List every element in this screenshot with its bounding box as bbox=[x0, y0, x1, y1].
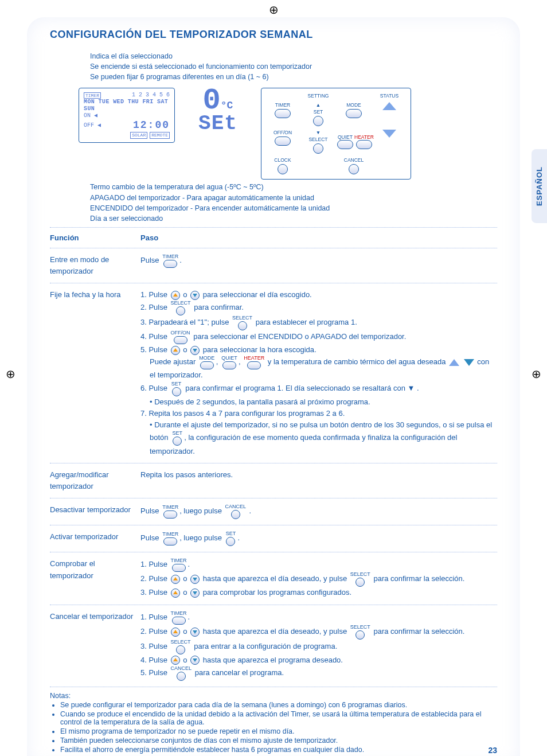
up-circle-icon bbox=[171, 575, 180, 584]
notes-section: Notas: Se puede configurar el temporizad… bbox=[50, 692, 497, 754]
table-row: Comprobar el temporizador1. Pulse TIMER.… bbox=[50, 556, 497, 601]
step-line: 7. Repita los pasos 4 a 7 para configura… bbox=[140, 408, 494, 419]
set-label: SET bbox=[314, 109, 323, 115]
lcd-timer-label: TIMER bbox=[84, 92, 101, 99]
cancel-circ-icon bbox=[231, 510, 240, 519]
heater-button[interactable] bbox=[356, 140, 372, 149]
note-item: También pueden seleccionarse conjuntos d… bbox=[60, 736, 497, 745]
clock-button[interactable] bbox=[278, 164, 288, 174]
step-line: Pulse TIMER, luego pulse SET. bbox=[140, 531, 494, 546]
set-circ-icon bbox=[172, 387, 181, 396]
select-label: SELECT bbox=[308, 137, 327, 142]
step-line: • Durante el ajuste del temporizador, si… bbox=[140, 419, 494, 457]
select-circ-icon bbox=[176, 645, 185, 654]
button-panel: SETTING STATUS TIMER ▲SET MODE OFF/ON ▼S… bbox=[261, 88, 411, 180]
language-tab: ESPAÑOL bbox=[532, 149, 547, 223]
step-line: Puede ajustar MODE, QUIET, HEATER y la t… bbox=[140, 356, 494, 381]
quiet-button[interactable] bbox=[337, 140, 353, 149]
step-line: 5. Pulse o para seleccionar la hora esco… bbox=[140, 344, 494, 356]
timer-label: TIMER bbox=[275, 102, 290, 108]
triangle-down-icon bbox=[464, 359, 474, 366]
mode-button[interactable] bbox=[346, 109, 362, 118]
table-row: Entre en modo de temporizadorPulse TIMER… bbox=[50, 252, 497, 279]
status-label: STATUS bbox=[380, 93, 398, 99]
offon-button[interactable] bbox=[275, 137, 291, 146]
step-line: 2. Pulse SELECT para confirmar. bbox=[140, 301, 494, 315]
down-circle-icon bbox=[190, 346, 200, 355]
up-button[interactable] bbox=[382, 102, 396, 110]
heater-label: HEATER bbox=[354, 134, 374, 140]
diagram-row: TIMER 1 2 3 4 5 6 MON TUE WED THU FRI SA… bbox=[79, 88, 497, 180]
func-cell: Agregar/modificar temporizador bbox=[50, 467, 140, 494]
step-line: 2. Pulse o hasta que aparezca el día des… bbox=[140, 572, 494, 587]
select-circ-icon bbox=[355, 578, 365, 587]
lcd-on: ON ◀ bbox=[84, 112, 97, 119]
select-button[interactable] bbox=[313, 143, 323, 154]
triangle-up-icon bbox=[449, 359, 459, 366]
set-button[interactable] bbox=[313, 116, 323, 126]
mode-label: MODE bbox=[346, 102, 361, 108]
step-line: • Después de 2 segundos, la pantalla pas… bbox=[140, 396, 494, 408]
seven-segment: 0°C SEt bbox=[192, 88, 244, 133]
hdr-func: Función bbox=[50, 231, 140, 244]
up-circle-icon bbox=[171, 291, 180, 300]
temp-unit: °C bbox=[221, 100, 233, 111]
step-line: 2. Pulse o hasta que aparezca el día des… bbox=[140, 625, 494, 640]
timer-oval-icon bbox=[172, 564, 186, 572]
step-cell: 1. Pulse TIMER.2. Pulse o hasta que apar… bbox=[140, 609, 497, 683]
callout-line: Se enciende si está seleccionado el func… bbox=[90, 61, 497, 72]
down-circle-icon bbox=[190, 291, 200, 300]
clock-label: CLOCK bbox=[274, 157, 291, 163]
down-circle-icon bbox=[190, 628, 200, 637]
step-cell: Pulse TIMER. bbox=[140, 252, 497, 279]
step-line: Repita los pasos anteriores. bbox=[140, 469, 494, 481]
note-item: Facilita el ahorro de energía permitiénd… bbox=[60, 746, 497, 754]
offon-oval-icon bbox=[174, 336, 187, 344]
lcd-solar: SOLAR bbox=[130, 132, 147, 139]
down-circle-icon bbox=[190, 656, 200, 665]
cancel-label: CANCEL bbox=[344, 157, 364, 163]
cancel-circ-icon bbox=[177, 672, 186, 681]
note-item: Se puede configurar el temporizador para… bbox=[60, 701, 497, 709]
timer-button[interactable] bbox=[275, 109, 291, 118]
step-line: 6. Pulse SET para confirmar el programa … bbox=[140, 381, 494, 396]
hdr-step: Paso bbox=[140, 231, 497, 244]
bottom-callouts: Termo cambio de la temperatura del agua … bbox=[90, 182, 497, 224]
page-title: CONFIGURACIÓN DEL TEMPORIZADOR SEMANAL bbox=[50, 29, 497, 41]
step-cell: Pulse TIMER, luego pulse CANCEL . bbox=[140, 502, 497, 521]
func-cell: Cancelar el temporizador bbox=[50, 609, 140, 683]
step-line: 3. Pulse SELECT para entrar a la configu… bbox=[140, 640, 494, 654]
lcd-remote: REMOTE bbox=[150, 132, 170, 139]
step-cell: 1. Pulse TIMER.2. Pulse o hasta que apar… bbox=[140, 556, 497, 601]
table-row: Agregar/modificar temporizadorRepita los… bbox=[50, 467, 497, 494]
setting-label: SETTING bbox=[308, 93, 329, 99]
step-line: 4. Pulse OFF/ON para seleccionar el ENCE… bbox=[140, 330, 494, 344]
callout-line: Indica el día seleccionado bbox=[90, 51, 497, 61]
registration-mark-right: ⊕ bbox=[532, 367, 541, 381]
lcd-programs: 1 2 3 4 5 6 bbox=[132, 92, 170, 99]
table-row: Cancelar el temporizador1. Pulse TIMER.2… bbox=[50, 609, 497, 683]
step-line: 1. Pulse o para seleccionar el día escog… bbox=[140, 289, 494, 301]
lcd-days: MON TUE WED THU FRI SAT SUN bbox=[84, 99, 170, 112]
page-content: CONFIGURACIÓN DEL TEMPORIZADOR SEMANAL I… bbox=[27, 17, 520, 756]
registration-mark-top: ⊕ bbox=[269, 3, 279, 17]
cancel-button[interactable] bbox=[349, 164, 359, 174]
quiet-label: QUIET bbox=[338, 134, 353, 140]
select-circ-icon bbox=[176, 306, 185, 315]
func-cell: Desactivar temporizador bbox=[50, 502, 140, 521]
up-circle-icon bbox=[171, 346, 180, 355]
up-circle-icon bbox=[171, 656, 180, 665]
registration-mark-left: ⊕ bbox=[6, 367, 15, 381]
timer-oval-icon bbox=[163, 511, 177, 519]
set-circ-icon bbox=[173, 437, 182, 446]
lcd-off: OFF ◀ bbox=[84, 122, 101, 129]
callout-line: APAGADO del temporizador - Para apagar a… bbox=[90, 193, 497, 203]
table-row: Fije la fecha y la hora1. Pulse o para s… bbox=[50, 287, 497, 459]
func-cell: Comprobar el temporizador bbox=[50, 556, 140, 601]
table-row: Activar temporizadorPulse TIMER, luego p… bbox=[50, 529, 497, 548]
down-circle-icon bbox=[190, 575, 200, 584]
notes-title: Notas: bbox=[50, 692, 497, 700]
step-line: 4. Pulse o hasta que aparezca el program… bbox=[140, 654, 494, 666]
down-button[interactable] bbox=[382, 130, 396, 138]
step-line: 1. Pulse TIMER. bbox=[140, 558, 494, 572]
